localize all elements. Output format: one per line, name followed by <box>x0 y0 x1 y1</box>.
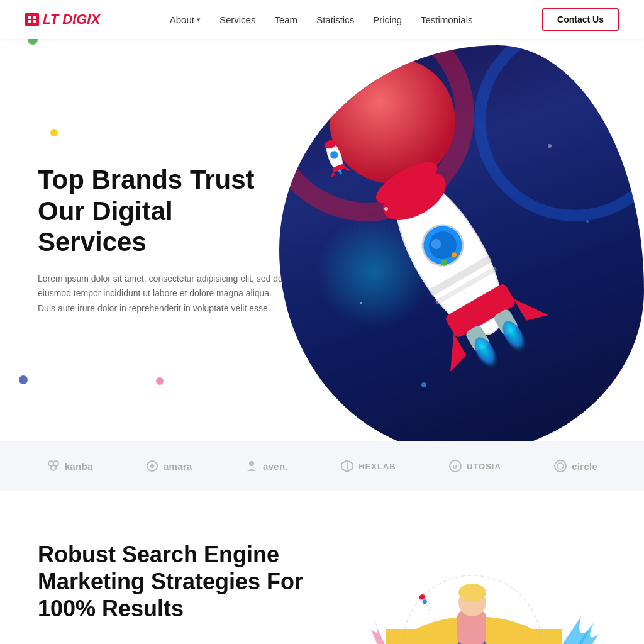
rocket-illustration <box>298 83 625 441</box>
hero-illustration <box>309 45 644 435</box>
nav-item-pricing[interactable]: Pricing <box>373 14 402 25</box>
logo-lt: LT <box>43 11 58 28</box>
dot-yellow-decoration <box>50 129 58 136</box>
svg-rect-0 <box>28 16 31 19</box>
svg-point-30 <box>421 382 426 387</box>
dot-blue-decoration <box>19 375 28 384</box>
section2-text: Robust Search Engine Marketing Strategie… <box>38 541 304 623</box>
nav-link-pricing[interactable]: Pricing <box>373 14 402 25</box>
nav-item-team[interactable]: Team <box>274 14 297 25</box>
brand-amara-label: amara <box>164 461 192 472</box>
brand-hexlab: HEXLAB <box>340 459 396 473</box>
circle-icon <box>553 459 567 473</box>
svg-point-28 <box>384 207 388 211</box>
section2-illustration <box>342 541 606 644</box>
nav-link-about[interactable]: About ▾ <box>170 14 201 25</box>
svg-point-44 <box>557 463 564 469</box>
brand-aven-label: aven. <box>263 461 288 472</box>
logo-icon <box>25 13 39 26</box>
nav-links: About ▾ Services Team Statistics Pricing <box>170 14 473 25</box>
chevron-down-icon: ▾ <box>197 16 201 24</box>
nav-item-testimonials[interactable]: Testimonials <box>421 14 473 25</box>
contact-us-button[interactable]: Contact Us <box>542 8 619 31</box>
nav-link-statistics[interactable]: Statistics <box>316 14 354 25</box>
brand-aven: aven. <box>245 459 288 473</box>
brands-bar: kanba amara aven. HEXLAB U UTOSIA <box>0 441 644 491</box>
kanba-icon <box>47 459 60 473</box>
svg-point-32 <box>586 220 589 223</box>
brand-hexlab-label: HEXLAB <box>358 462 396 471</box>
brand-kanba-label: kanba <box>65 461 93 472</box>
section2-image <box>342 541 606 644</box>
svg-marker-10 <box>435 333 469 372</box>
svg-point-35 <box>51 465 56 470</box>
aven-icon <box>245 459 258 473</box>
svg-point-31 <box>548 144 552 148</box>
dot-pink-decoration <box>156 377 164 385</box>
svg-point-29 <box>360 302 362 304</box>
svg-point-43 <box>555 460 566 472</box>
hero-section: Top Brands Trust Our Digital Services Lo… <box>0 39 644 441</box>
logo-digix: DIGIX <box>62 11 100 28</box>
nav-item-about[interactable]: About ▾ <box>170 14 201 25</box>
brand-circle-label: circle <box>572 461 597 472</box>
navbar: LT DIGIX About ▾ Services Team Statistic… <box>0 0 644 39</box>
svg-point-37 <box>150 464 154 468</box>
svg-rect-3 <box>33 20 36 23</box>
section2: Robust Search Engine Marketing Strategie… <box>0 491 644 644</box>
nav-item-statistics[interactable]: Statistics <box>316 14 354 25</box>
svg-point-38 <box>249 461 254 466</box>
brand-utosia: U UTOSIA <box>448 459 501 473</box>
amara-icon <box>145 459 159 473</box>
hero-content: Top Brands Trust Our Digital Services Lo… <box>0 126 309 354</box>
section2-heading: Robust Search Engine Marketing Strategie… <box>38 541 304 623</box>
brand-amara: amara <box>145 459 192 473</box>
hero-body: Lorem ipsum dolor sit amet, consectetur … <box>38 272 284 316</box>
nav-link-services[interactable]: Services <box>219 14 256 25</box>
hexlab-icon <box>340 459 354 473</box>
brand-utosia-label: UTOSIA <box>467 462 501 471</box>
svg-point-51 <box>458 584 486 601</box>
svg-rect-2 <box>28 20 31 23</box>
svg-marker-11 <box>514 288 548 326</box>
nav-link-team[interactable]: Team <box>274 14 297 25</box>
utosia-icon: U <box>448 459 462 473</box>
nav-item-services[interactable]: Services <box>219 14 256 25</box>
svg-text:U: U <box>453 464 457 470</box>
svg-rect-1 <box>33 16 36 19</box>
brand-kanba: kanba <box>47 459 93 473</box>
brand-circle: circle <box>553 459 597 473</box>
logo[interactable]: LT DIGIX <box>25 11 100 28</box>
nav-link-testimonials[interactable]: Testimonials <box>421 14 473 25</box>
svg-marker-26 <box>345 165 351 172</box>
hero-heading: Top Brands Trust Our Digital Services <box>38 164 284 258</box>
